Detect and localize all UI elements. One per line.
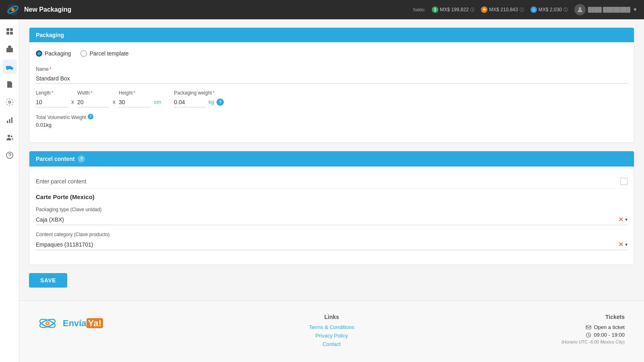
- privacy-link[interactable]: Privacy Policy: [234, 333, 429, 339]
- balance-green-info[interactable]: ⓘ: [470, 7, 475, 13]
- kg-label: kg: [208, 99, 214, 105]
- name-input[interactable]: [36, 74, 627, 84]
- svg-point-24: [47, 323, 49, 325]
- timezone-label: (Horario UTC -6:00 Mexico City): [429, 339, 625, 344]
- user-area[interactable]: ████ ████████ ▼: [574, 4, 638, 15]
- avatar: [574, 4, 586, 15]
- content-category-actions: ✕ ▾: [618, 241, 627, 248]
- balance-blue-value: MX$ 2,030: [539, 7, 562, 12]
- packaging-type-actions: ✕ ▾: [618, 216, 627, 223]
- name-field-row: Name *: [36, 66, 627, 84]
- balance-green-value: MX$ 199,822: [440, 7, 469, 12]
- radio-parcel-template[interactable]: [80, 50, 87, 57]
- svg-rect-15: [7, 121, 8, 123]
- type-radio-group: Packaging Parcel template: [36, 50, 627, 57]
- sidebar-item-settings[interactable]: [2, 95, 17, 109]
- svg-rect-8: [6, 48, 13, 52]
- main-content: Packaging Packaging Parcel template: [19, 19, 644, 362]
- parcel-content-card: Parcel content ? Enter parcel content Ca…: [29, 151, 634, 265]
- svg-point-2: [11, 8, 14, 11]
- clock-icon: ⊙: [530, 6, 537, 13]
- open-ticket-label[interactable]: Open a ticket: [594, 324, 625, 330]
- sidebar-item-help[interactable]: [2, 148, 17, 162]
- width-input[interactable]: [77, 97, 109, 107]
- save-button[interactable]: SAVE: [29, 273, 67, 288]
- content-category-select[interactable]: Empaques (31181701) ✕ ▾: [36, 239, 627, 250]
- packaging-type-select[interactable]: Caja (XBX) ✕ ▾: [36, 214, 627, 225]
- sidebar-item-shipments[interactable]: [2, 42, 17, 56]
- sidebar: [0, 19, 19, 362]
- svg-point-10: [7, 69, 8, 70]
- height-input[interactable]: [119, 97, 151, 107]
- balance-blue: ⊙ MX$ 2,030 ⓘ: [530, 6, 568, 13]
- clock-footer-icon: [586, 332, 591, 338]
- sidebar-item-users[interactable]: [2, 130, 17, 145]
- svg-point-14: [8, 101, 10, 103]
- weight-help-icon[interactable]: ?: [217, 99, 224, 106]
- packaging-type-clear[interactable]: ✕: [618, 216, 623, 223]
- balance-orange: ⚑ MX$ 210,843 ⓘ: [481, 6, 524, 13]
- width-field: Width *: [77, 90, 109, 107]
- svg-rect-5: [10, 28, 13, 31]
- packaging-type-label: Packaging type (Clave unidad): [36, 207, 627, 212]
- footer-links-title: Links: [234, 314, 429, 320]
- content-category-value: Empaques (31181701): [36, 241, 93, 248]
- dollar-icon: $: [432, 6, 438, 13]
- svg-rect-9: [6, 66, 11, 69]
- svg-point-20: [6, 152, 13, 158]
- parcel-content-title: Parcel content: [36, 156, 74, 162]
- weight-unit-area: kg ?: [174, 97, 224, 107]
- name-required: *: [50, 66, 52, 72]
- footer-tickets-title: Tickets: [429, 314, 625, 320]
- radio-packaging-label[interactable]: Packaging: [36, 50, 71, 57]
- parcel-content-body: Enter parcel content Carte Porte (Mexico…: [29, 167, 634, 265]
- balance-orange-info[interactable]: ⓘ: [520, 7, 524, 13]
- svg-rect-16: [9, 119, 10, 123]
- length-input[interactable]: [36, 97, 68, 107]
- svg-rect-7: [10, 32, 13, 35]
- user-name: ████ ████████: [588, 7, 630, 12]
- contact-link[interactable]: Contact: [234, 341, 429, 347]
- radio-packaging[interactable]: [36, 50, 42, 57]
- footer: EnvíaYa! Links Terms & Conditions Privac…: [19, 300, 644, 362]
- packaging-type-value: Caja (XBX): [36, 216, 64, 223]
- width-label: Width *: [77, 90, 109, 96]
- terms-link[interactable]: Terms & Conditions: [234, 324, 429, 330]
- packaging-type-arrow[interactable]: ▾: [625, 217, 627, 222]
- topnav: New Packaging Saldo: $ MX$ 199,822 ⓘ ⚑ M…: [0, 0, 644, 19]
- packaging-card: Packaging Packaging Parcel template: [29, 27, 634, 143]
- length-field: Length *: [36, 90, 68, 107]
- svg-point-11: [11, 69, 12, 70]
- content-category-row: Content category (Clave producto) Empaqu…: [36, 232, 627, 250]
- sidebar-item-documents[interactable]: [2, 77, 17, 92]
- enviya-logo-icon: [39, 314, 61, 333]
- content-category-arrow[interactable]: ▾: [625, 242, 627, 247]
- sidebar-item-reports[interactable]: [2, 113, 17, 127]
- flag-icon: ⚑: [481, 6, 487, 13]
- balance-blue-info[interactable]: ⓘ: [564, 7, 568, 13]
- sidebar-item-packaging[interactable]: [2, 60, 17, 74]
- height-label: Height *: [119, 90, 151, 96]
- topnav-right: Saldo: $ MX$ 199,822 ⓘ ⚑ MX$ 210,843 ⓘ ⊙…: [413, 4, 638, 15]
- parcel-content-help-icon[interactable]: ?: [78, 155, 85, 162]
- carte-porte-subtitle: Carte Porte (Mexico): [36, 193, 627, 200]
- logo-ya: Ya!: [87, 318, 103, 328]
- enter-parcel-checkbox[interactable]: [620, 178, 627, 185]
- user-dropdown-icon[interactable]: ▼: [633, 7, 638, 12]
- x-separator-2: x: [113, 99, 116, 105]
- packaging-body: Packaging Parcel template Name *: [29, 42, 634, 142]
- open-ticket-item: Open a ticket: [429, 324, 625, 330]
- parcel-content-header: Parcel content ?: [29, 151, 634, 167]
- radio-parcel-template-label[interactable]: Parcel template: [80, 50, 128, 57]
- radio-packaging-text: Packaging: [45, 50, 71, 57]
- balance-green: $ MX$ 199,822 ⓘ: [432, 6, 475, 13]
- weight-input[interactable]: [174, 97, 206, 107]
- vol-weight-help-icon[interactable]: ?: [88, 114, 93, 119]
- content-category-clear[interactable]: ✕: [618, 241, 623, 248]
- vol-weight-value: 0.01kg: [36, 122, 627, 128]
- svg-rect-4: [6, 28, 9, 31]
- topnav-left: New Packaging: [6, 3, 71, 16]
- packaging-type-row: Packaging type (Clave unidad) Caja (XBX)…: [36, 207, 627, 225]
- sidebar-item-dashboard[interactable]: [2, 24, 17, 39]
- svg-point-19: [11, 136, 12, 137]
